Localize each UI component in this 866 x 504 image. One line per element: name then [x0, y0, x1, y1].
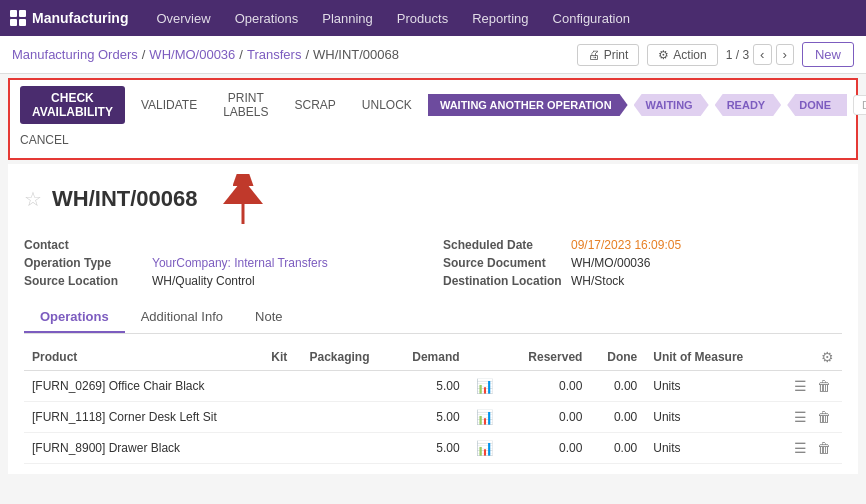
brand-icon	[10, 10, 26, 26]
top-nav: Manufacturing Overview Operations Planni…	[0, 0, 866, 36]
col-settings[interactable]: ⚙	[772, 344, 842, 371]
row3-product: [FURN_8900] Drawer Black	[24, 433, 263, 464]
pager-next[interactable]: ›	[776, 44, 794, 65]
row2-chart[interactable]: 📊	[468, 402, 507, 433]
row3-reserved: 0.00	[507, 433, 591, 464]
field-operation-type: Operation Type YourCompany: Internal Tra…	[24, 256, 423, 270]
chart-icon: 📊	[476, 440, 493, 456]
operations-table: Product Kit Packaging Demand Reserved Do…	[24, 344, 842, 464]
row2-uom: Units	[645, 402, 771, 433]
tab-note[interactable]: Note	[239, 302, 298, 333]
row1-reserved: 0.00	[507, 371, 591, 402]
row3-kit	[263, 433, 301, 464]
table-row: [FURN_0269] Office Chair Black 5.00 📊 0.…	[24, 371, 842, 402]
col-packaging: Packaging	[301, 344, 392, 371]
tab-additional-info[interactable]: Additional Info	[125, 302, 239, 333]
pager-prev[interactable]: ‹	[753, 44, 771, 65]
row1-done: 0.00	[590, 371, 645, 402]
draft-badge: DRAF	[853, 95, 866, 115]
row2-packaging	[301, 402, 392, 433]
scheduled-date-value: 09/17/2023 16:09:05	[571, 238, 681, 252]
scrap-button[interactable]: SCRAP	[285, 93, 346, 117]
field-destination: Destination Location WH/Stock	[443, 274, 842, 288]
row1-chart[interactable]: 📊	[468, 371, 507, 402]
status-current: WAITING ANOTHER OPERATION	[428, 94, 628, 116]
row3-detail-button[interactable]: ☰	[791, 438, 810, 458]
destination-value: WH/Stock	[571, 274, 624, 288]
breadcrumb-current: WH/INT/00068	[313, 47, 399, 62]
col-demand: Demand	[392, 344, 468, 371]
new-button[interactable]: New	[802, 42, 854, 67]
print-button[interactable]: 🖨 Print	[577, 44, 640, 66]
nav-reporting[interactable]: Reporting	[462, 5, 538, 32]
row1-product: [FURN_0269] Office Chair Black	[24, 371, 263, 402]
fields-grid: Contact Scheduled Date 09/17/2023 16:09:…	[24, 238, 842, 288]
col-chart	[468, 344, 507, 371]
main-content: ☆ WH/INT/00068 Contact Scheduled Date 09…	[8, 164, 858, 474]
row2-demand: 5.00	[392, 402, 468, 433]
toolbar-row1: CHECK AVAILABILITY VALIDATE PRINT LABELS…	[20, 86, 846, 124]
print-labels-button[interactable]: PRINT LABELS	[213, 86, 278, 124]
row1-kit	[263, 371, 301, 402]
row3-demand: 5.00	[392, 433, 468, 464]
source-location-value: WH/Quality Control	[152, 274, 255, 288]
nav-items: Overview Operations Planning Products Re…	[146, 5, 639, 32]
breadcrumb-mo[interactable]: WH/MO/00036	[149, 47, 235, 62]
table-row: [FURN_1118] Corner Desk Left Sit 5.00 📊 …	[24, 402, 842, 433]
nav-operations[interactable]: Operations	[225, 5, 309, 32]
col-reserved: Reserved	[507, 344, 591, 371]
printer-icon: 🖨	[588, 48, 600, 62]
col-uom: Unit of Measure	[645, 344, 771, 371]
operation-type-value[interactable]: YourCompany: Internal Transfers	[152, 256, 328, 270]
status-waiting: WAITING	[634, 94, 709, 116]
tab-operations[interactable]: Operations	[24, 302, 125, 333]
brand[interactable]: Manufacturing	[10, 10, 128, 26]
status-done: DONE	[787, 94, 847, 116]
nav-configuration[interactable]: Configuration	[543, 5, 640, 32]
row2-reserved: 0.00	[507, 402, 591, 433]
row1-delete-button[interactable]: 🗑	[814, 376, 834, 396]
nav-planning[interactable]: Planning	[312, 5, 383, 32]
row2-kit	[263, 402, 301, 433]
row2-product: [FURN_1118] Corner Desk Left Sit	[24, 402, 263, 433]
action-right: 🖨 Print ⚙ Action 1 / 3 ‹ › New	[577, 42, 854, 67]
pager: 1 / 3 ‹ ›	[726, 44, 794, 65]
check-availability-button[interactable]: CHECK AVAILABILITY	[20, 86, 125, 124]
breadcrumb-manufacturing-orders[interactable]: Manufacturing Orders	[12, 47, 138, 62]
chart-icon: 📊	[476, 409, 493, 425]
row1-detail-button[interactable]: ☰	[791, 376, 810, 396]
row1-actions: ☰ 🗑	[772, 371, 842, 402]
validate-button[interactable]: VALIDATE	[131, 93, 207, 117]
table-settings-button[interactable]: ⚙	[821, 349, 834, 365]
row1-uom: Units	[645, 371, 771, 402]
breadcrumb-transfers[interactable]: Transfers	[247, 47, 301, 62]
brand-label: Manufacturing	[32, 10, 128, 26]
row3-chart[interactable]: 📊	[468, 433, 507, 464]
status-ready: READY	[715, 94, 782, 116]
field-source-location: Source Location WH/Quality Control	[24, 274, 423, 288]
action-button[interactable]: ⚙ Action	[647, 44, 717, 66]
toolbar-area: CHECK AVAILABILITY VALIDATE PRINT LABELS…	[8, 78, 858, 160]
star-icon[interactable]: ☆	[24, 187, 42, 211]
toolbar-row2: CANCEL	[20, 128, 846, 152]
source-document-value: WH/MO/00036	[571, 256, 650, 270]
row3-done: 0.00	[590, 433, 645, 464]
action-bar: Manufacturing Orders / WH/MO/00036 / Tra…	[0, 36, 866, 74]
row2-actions: ☰ 🗑	[772, 402, 842, 433]
nav-overview[interactable]: Overview	[146, 5, 220, 32]
field-contact: Contact	[24, 238, 423, 252]
arrow-annotation	[208, 174, 278, 224]
nav-products[interactable]: Products	[387, 5, 458, 32]
row2-detail-button[interactable]: ☰	[791, 407, 810, 427]
breadcrumb: Manufacturing Orders / WH/MO/00036 / Tra…	[12, 47, 399, 62]
record-title: WH/INT/00068	[52, 186, 198, 212]
row3-delete-button[interactable]: 🗑	[814, 438, 834, 458]
row2-delete-button[interactable]: 🗑	[814, 407, 834, 427]
gear-icon: ⚙	[658, 48, 669, 62]
unlock-button[interactable]: UNLOCK	[352, 93, 422, 117]
record-header: ☆ WH/INT/00068	[24, 174, 842, 224]
tabs-container: Operations Additional Info Note	[24, 302, 842, 334]
table-row: [FURN_8900] Drawer Black 5.00 📊 0.00 0.0…	[24, 433, 842, 464]
row2-done: 0.00	[590, 402, 645, 433]
cancel-button[interactable]: CANCEL	[20, 128, 79, 152]
